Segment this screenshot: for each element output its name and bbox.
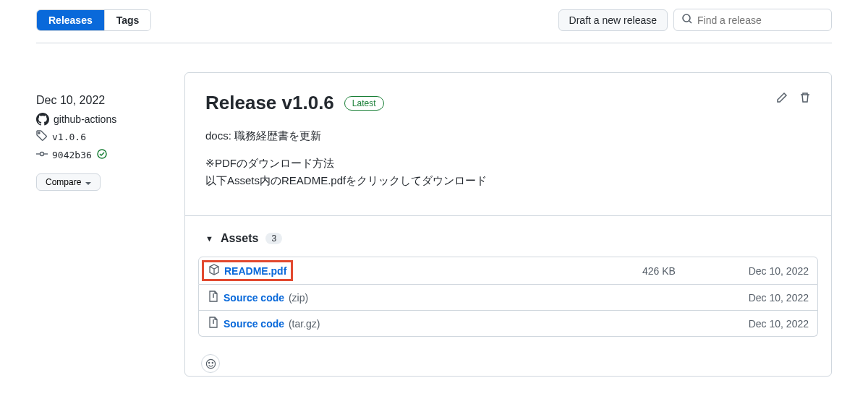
asset-link[interactable]: Source code (tar.gz) — [224, 318, 320, 330]
delete-button[interactable] — [799, 92, 811, 103]
edit-button[interactable] — [776, 92, 788, 103]
releases-tabs: Releases Tags — [36, 9, 151, 31]
draft-release-button[interactable]: Draft a new release — [558, 9, 668, 31]
commit-row: 9042b36 — [36, 148, 170, 162]
tag-link[interactable]: v1.0.6 — [52, 132, 86, 142]
assets-count: 3 — [265, 233, 282, 244]
asset-link[interactable]: Source code (zip) — [224, 292, 308, 304]
highlight-box: README.pdf — [202, 260, 293, 281]
author-link[interactable]: github-actions — [54, 113, 116, 125]
assets-label: Assets — [221, 232, 258, 245]
top-actions: Draft a new release — [558, 9, 832, 31]
search-wrapper — [673, 9, 832, 31]
assets-list: README.pdf 426 KB Dec 10, 2022 Source co… — [198, 257, 818, 337]
tag-icon — [36, 130, 48, 144]
search-icon — [681, 13, 693, 27]
svg-line-1 — [689, 21, 692, 23]
commit-link[interactable]: 9042b36 — [52, 150, 92, 160]
compare-label: Compare — [46, 177, 81, 187]
latest-badge: Latest — [344, 96, 384, 111]
verified-icon — [96, 148, 108, 162]
asset-date: Dec 10, 2022 — [729, 265, 809, 277]
asset-suffix: (tar.gz) — [289, 318, 320, 330]
svg-point-7 — [206, 359, 215, 368]
zip-icon — [208, 317, 219, 330]
search-input[interactable] — [697, 14, 824, 26]
svg-point-3 — [41, 152, 44, 156]
asset-link[interactable]: README.pdf — [224, 265, 286, 277]
asset-date: Dec 10, 2022 — [729, 292, 809, 304]
release-title: Release v1.0.6 — [205, 92, 334, 114]
caret-down-icon — [85, 177, 91, 187]
svg-point-9 — [212, 362, 213, 363]
body-line-1: docs: 職務経歴書を更新 — [205, 127, 811, 145]
release-card: Release v1.0.6 Latest docs: 職務経歴書を更新 ※PD… — [184, 72, 832, 377]
assets-section: ▼ Assets 3 README.pdf — [185, 215, 831, 345]
tab-tags[interactable]: Tags — [104, 10, 151, 30]
compare-button[interactable]: Compare — [36, 173, 101, 191]
github-actions-avatar — [36, 113, 49, 126]
assets-header[interactable]: ▼ Assets 3 — [198, 232, 818, 254]
svg-point-0 — [683, 14, 690, 22]
release-date: Dec 10, 2022 — [36, 94, 170, 107]
asset-date: Dec 10, 2022 — [729, 318, 809, 330]
zip-icon — [208, 291, 219, 304]
asset-suffix: (zip) — [289, 292, 308, 304]
release-sidebar: Dec 10, 2022 github-actions v1.0.6 9042b… — [36, 72, 170, 377]
package-icon — [208, 264, 220, 278]
asset-row: README.pdf 426 KB Dec 10, 2022 — [198, 257, 818, 285]
body-line-2: ※PDFのダウンロード方法 — [205, 155, 811, 172]
asset-row: Source code (zip) Dec 10, 2022 — [198, 285, 818, 311]
asset-row: Source code (tar.gz) Dec 10, 2022 — [198, 311, 818, 337]
tag-row: v1.0.6 — [36, 130, 170, 144]
add-reaction-button[interactable] — [201, 354, 220, 373]
asset-size: 426 KB — [642, 265, 729, 277]
svg-point-8 — [208, 362, 209, 363]
tab-releases[interactable]: Releases — [37, 10, 104, 30]
commit-icon — [36, 148, 48, 162]
author-row: github-actions — [36, 113, 170, 126]
body-line-3: 以下Assets内のREADME.pdfをクリックしてダウンロード — [205, 172, 811, 189]
reaction-bar — [185, 345, 831, 376]
svg-point-2 — [38, 132, 40, 134]
disclosure-triangle-icon: ▼ — [205, 234, 213, 243]
topbar: Releases Tags Draft a new release — [36, 9, 832, 43]
release-body: docs: 職務経歴書を更新 ※PDFのダウンロード方法 以下Assets内のR… — [185, 127, 831, 215]
